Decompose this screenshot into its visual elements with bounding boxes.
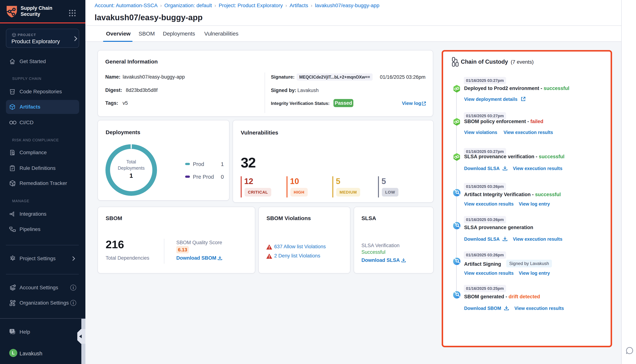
svg-text:?: ? xyxy=(11,330,13,332)
